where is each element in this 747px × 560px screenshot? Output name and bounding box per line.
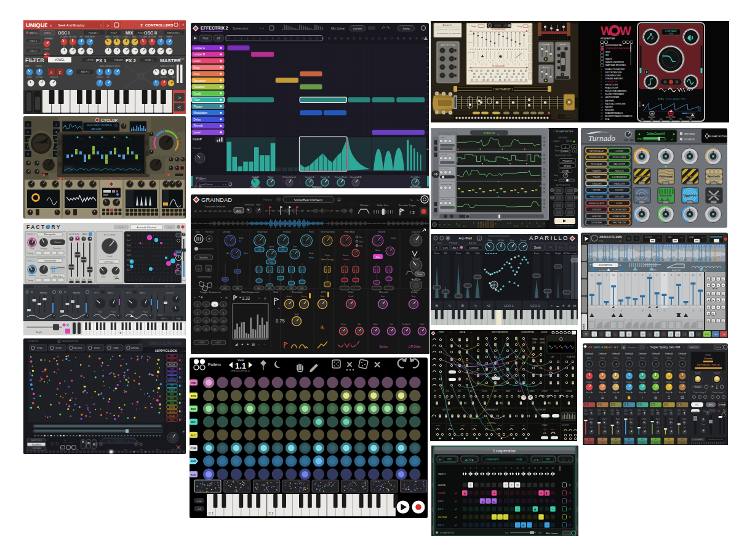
svg-text:1/8 Medium Easy: 1/8 Medium Easy bbox=[437, 33, 449, 34]
svg-text:Qnt: Qnt bbox=[258, 249, 261, 251]
svg-text:1: 1 bbox=[470, 484, 471, 487]
svg-text:↺ ↻: ↺ ↻ bbox=[533, 458, 539, 462]
svg-text:⚭: ⚭ bbox=[426, 148, 429, 151]
svg-text:d: d bbox=[588, 345, 590, 349]
svg-text:THESYS: THESYS bbox=[438, 130, 458, 136]
svg-text:RAISER: RAISER bbox=[605, 106, 613, 108]
svg-text:EQUATION: EQUATION bbox=[567, 356, 575, 358]
svg-text:Amp: Amp bbox=[612, 391, 617, 394]
svg-text:↶ ↷: ↶ ↷ bbox=[381, 26, 390, 30]
svg-text:PAN LOOPER: PAN LOOPER bbox=[613, 163, 625, 166]
svg-text:Mode: Mode bbox=[375, 249, 380, 252]
svg-text:Default: Default bbox=[625, 352, 634, 355]
svg-text:1/8: 1/8 bbox=[217, 37, 221, 40]
svg-text:SIMI GRID: SIMI GRID bbox=[73, 347, 82, 350]
svg-text:CLR: CLR bbox=[722, 334, 726, 336]
svg-text:2: 2 bbox=[599, 404, 601, 406]
svg-text:7: 7 bbox=[214, 312, 215, 314]
svg-text:MODULATORS: MODULATORS bbox=[34, 286, 48, 288]
svg-text:EFFECTRIX 2: EFFECTRIX 2 bbox=[201, 26, 228, 30]
svg-text:VELOCITY: VELOCITY bbox=[441, 154, 448, 156]
svg-text:SETTINGS: SETTINGS bbox=[684, 133, 695, 135]
svg-text:Cutoff: Cutoff bbox=[107, 255, 112, 258]
svg-text:BAL / DLY: BAL / DLY bbox=[700, 270, 707, 272]
svg-text:Sequenced: Sequenced bbox=[659, 175, 673, 178]
svg-text:Normal: Normal bbox=[73, 292, 81, 294]
svg-text:Crush: Crush bbox=[194, 92, 202, 95]
svg-text:PITCH: PITCH bbox=[510, 425, 514, 426]
svg-text:Guitar Amp: Guitar Amp bbox=[707, 194, 721, 197]
svg-text:FIRST: FIRST bbox=[439, 331, 444, 334]
svg-text:Modify: Modify bbox=[653, 381, 659, 383]
svg-text:Amp: Amp bbox=[599, 391, 604, 394]
svg-text:Atk: Atk bbox=[226, 252, 230, 255]
svg-text:SHAWMENWALLS: SHAWMENWALLS bbox=[605, 112, 623, 114]
svg-text:Vol: Vol bbox=[657, 426, 659, 429]
svg-text:Pan: Pan bbox=[629, 409, 633, 412]
svg-text:1/8 Medium Easy: 1/8 Medium Easy bbox=[449, 29, 461, 31]
svg-text:LEVEL 1: LEVEL 1 bbox=[113, 36, 121, 38]
svg-text:Rate: Rate bbox=[321, 295, 325, 298]
svg-text:Reverb: Reverb bbox=[194, 124, 203, 127]
svg-text:Highpass: Highpass bbox=[250, 186, 260, 188]
svg-text:BALANCE: BALANCE bbox=[599, 270, 606, 271]
svg-text:PW: PW bbox=[80, 36, 83, 38]
svg-text:⚄: ⚄ bbox=[681, 396, 684, 399]
svg-text:OSC 2: OSC 2 bbox=[30, 49, 38, 52]
svg-text:SOA: SOA bbox=[605, 118, 610, 121]
svg-text:SPECTRALIZER: SPECTRALIZER bbox=[613, 222, 626, 224]
svg-text:15: 15 bbox=[601, 112, 603, 114]
svg-text:PITCH LOOPER: PITCH LOOPER bbox=[613, 156, 626, 159]
svg-text:LOOP: LOOP bbox=[438, 492, 445, 495]
svg-text:Looperator: Looperator bbox=[485, 458, 500, 461]
svg-text:▤: ▤ bbox=[264, 297, 266, 300]
svg-text:Pattern: Pattern bbox=[208, 362, 221, 367]
svg-text:INPUT: INPUT bbox=[438, 473, 446, 476]
svg-text:▤: ▤ bbox=[522, 524, 524, 527]
svg-text:SHAPE: SHAPE bbox=[169, 389, 175, 391]
svg-text:Sub: Sub bbox=[82, 278, 86, 281]
svg-text:FILTER: FILTER bbox=[25, 57, 44, 63]
svg-text:F I L T E R: F I L T E R bbox=[104, 234, 115, 236]
svg-text:Tune: Tune bbox=[437, 242, 442, 244]
svg-text:Mach: Mach bbox=[629, 418, 633, 420]
svg-text:Qnt: Qnt bbox=[281, 249, 284, 251]
svg-text:FX 2: FX 2 bbox=[126, 58, 136, 63]
svg-text:⛹: ⛹ bbox=[320, 325, 325, 330]
svg-text:Pan: Pan bbox=[682, 409, 685, 412]
svg-text:PERFORMANCE: PERFORMANCE bbox=[441, 183, 452, 185]
svg-text:⚐: ⚐ bbox=[569, 524, 571, 527]
svg-text:100%: 100% bbox=[540, 342, 545, 344]
svg-text:30: 30 bbox=[409, 38, 412, 40]
svg-text:HEIGHT: HEIGHT bbox=[639, 101, 641, 107]
svg-text:MIX: MIX bbox=[107, 76, 110, 79]
svg-text:RATE FEEDBACK WIDTH: RATE FEEDBACK WIDTH bbox=[100, 65, 120, 68]
svg-text:RING: RING bbox=[170, 419, 175, 422]
svg-text:MIX: MIX bbox=[170, 377, 174, 379]
svg-text:☁: ☁ bbox=[556, 304, 559, 308]
svg-text:11: 11 bbox=[290, 38, 293, 40]
svg-text:EACH v: EACH v bbox=[81, 71, 89, 73]
svg-text:Recorder Trigger: Recorder Trigger bbox=[399, 204, 417, 207]
svg-text:PITCH: PITCH bbox=[441, 137, 445, 138]
svg-text:9: 9 bbox=[197, 320, 198, 322]
svg-text:◎: ◎ bbox=[722, 306, 724, 309]
svg-text:^: ^ bbox=[183, 212, 184, 215]
svg-text:Filter: Filter bbox=[348, 290, 354, 294]
svg-text:ACT: ACT bbox=[172, 76, 175, 79]
svg-text:Amp: Amp bbox=[666, 391, 670, 394]
svg-text:▾0: ▾0 bbox=[455, 516, 457, 519]
svg-text:GHOSTTOPS: GHOSTTOPS bbox=[605, 84, 618, 86]
svg-text:2: 2 bbox=[206, 304, 207, 306]
svg-text:Delay: Delay bbox=[391, 237, 396, 239]
svg-text:7: 7 bbox=[266, 38, 267, 40]
svg-text:LFO 1 v: LFO 1 v bbox=[161, 318, 168, 320]
svg-text:CYCLOP: CYCLOP bbox=[101, 118, 118, 122]
svg-text:13: 13 bbox=[601, 106, 603, 108]
svg-text:Attack: Attack bbox=[287, 295, 292, 298]
svg-text:LFO SYNC: LFO SYNC bbox=[558, 137, 568, 139]
svg-text:⊗: ⊗ bbox=[567, 304, 570, 308]
svg-text:Z: Z bbox=[140, 23, 143, 27]
svg-text:PAN 2: PAN 2 bbox=[132, 36, 138, 38]
svg-text:Random: Random bbox=[704, 358, 713, 360]
